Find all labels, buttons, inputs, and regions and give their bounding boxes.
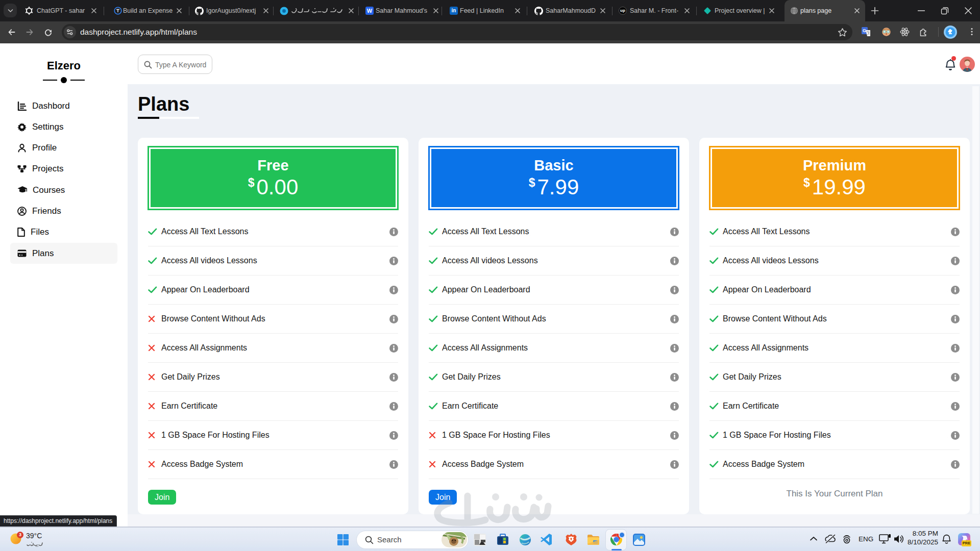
- svg-text:G: G: [863, 28, 866, 33]
